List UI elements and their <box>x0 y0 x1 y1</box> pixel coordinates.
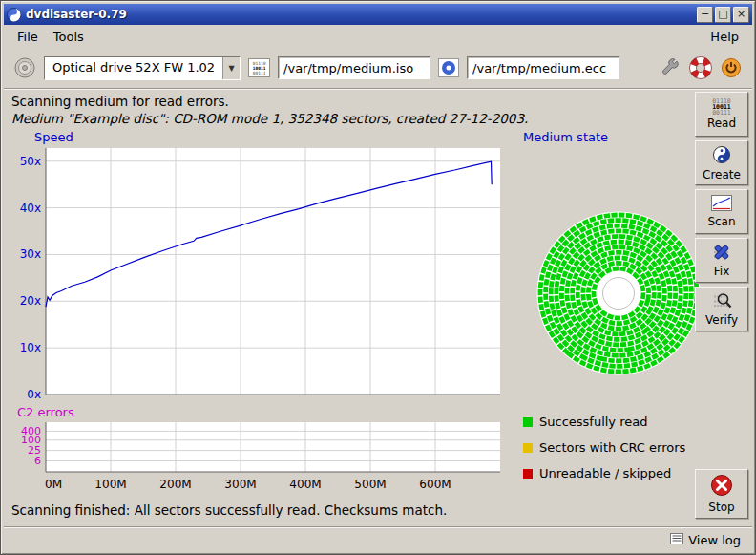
svg-text:0M: 0M <box>45 478 62 491</box>
medium-state-disc <box>523 198 714 392</box>
svg-text:20x: 20x <box>20 294 41 308</box>
preferences-wrench-icon[interactable] <box>659 56 682 79</box>
scan-button-label: Scan <box>707 215 735 228</box>
svg-text:500M: 500M <box>354 478 386 491</box>
legend-label-unreadable: Unreadable / skipped <box>539 466 671 480</box>
svg-text:50x: 50x <box>20 155 41 168</box>
verify-button[interactable]: Verify <box>695 287 748 331</box>
speed-chart-title: Speed <box>34 130 512 144</box>
fix-button-label: Fix <box>714 265 729 278</box>
create-button[interactable]: Create <box>695 140 748 185</box>
window-title: dvdisaster-0.79 <box>26 8 692 21</box>
ecc-path-input[interactable] <box>467 56 620 79</box>
speed-chart: 50x40x30x20x10x0x <box>11 144 512 403</box>
read-button-label: Read <box>707 117 736 130</box>
read-button[interactable]: 01110 10011 00111 Read <box>695 92 748 137</box>
menu-file[interactable]: File <box>10 28 46 46</box>
close-button[interactable]: × <box>733 7 749 23</box>
status-line1: Scanning medium for read errors. <box>11 94 691 109</box>
view-log-button[interactable]: View log <box>666 532 745 548</box>
svg-text:400M: 400M <box>289 478 321 491</box>
menubar: File Tools Help <box>4 25 752 48</box>
svg-text:200M: 200M <box>159 478 191 491</box>
menu-help[interactable]: Help <box>703 28 746 46</box>
c2-chart-title: C2 errors <box>17 405 512 419</box>
maximize-button[interactable]: □ <box>715 7 731 23</box>
chevron-down-icon[interactable]: ▼ <box>222 57 240 79</box>
view-log-label: View log <box>688 533 741 547</box>
scan-chart-icon <box>711 195 732 214</box>
legend-label-read: Successfully read <box>539 415 647 429</box>
charts-column: Speed 50x40x30x20x10x0x C2 errors 400100… <box>11 126 512 526</box>
medium-state-legend: Successfully read Sectors with CRC error… <box>523 415 714 480</box>
charts-row: Speed 50x40x30x20x10x0x C2 errors 400100… <box>11 126 691 526</box>
c2-errors-chart: 4001002560M100M200M300M400M500M600M <box>11 419 512 497</box>
verify-button-label: Verify <box>705 313 738 327</box>
scan-button[interactable]: Scan <box>695 189 748 234</box>
svg-text:600M: 600M <box>419 478 451 491</box>
stop-button[interactable]: Stop <box>695 469 748 519</box>
status-line2: Medium "Example disc": CD-ROM mode 1, 35… <box>11 111 691 126</box>
drive-selector[interactable]: Optical drive 52X FW 1.02 ▼ <box>44 56 241 80</box>
ecc-file-icon <box>438 58 459 77</box>
log-icon <box>670 533 683 547</box>
verify-magnifier-icon <box>711 292 732 312</box>
drive-icon[interactable] <box>13 56 36 79</box>
main-area: Scanning medium for read errors. Medium … <box>4 90 752 526</box>
svg-text:40x: 40x <box>20 202 41 215</box>
medium-state-title: Medium state <box>523 130 714 144</box>
svg-text:0x: 0x <box>27 388 41 400</box>
titlebar[interactable]: dvdisaster-0.79 − □ × <box>4 4 752 25</box>
iso-path-input[interactable] <box>278 56 430 79</box>
iso-file-icon: 01110 10011 00111 <box>248 58 270 77</box>
svg-text:100M: 100M <box>94 478 126 491</box>
fix-button[interactable]: Fix <box>695 238 748 283</box>
yin-yang-icon <box>712 145 731 167</box>
app-window: dvdisaster-0.79 − □ × File Tools Help Op… <box>0 0 756 555</box>
create-button-label: Create <box>703 168 741 181</box>
legend-item-unreadable: Unreadable / skipped <box>523 466 714 480</box>
legend-item-crc: Sectors with CRC errors <box>523 440 714 455</box>
menu-tools[interactable]: Tools <box>46 28 92 46</box>
help-lifebuoy-icon[interactable] <box>689 56 712 79</box>
drive-selector-value: Optical drive 52X FW 1.02 <box>45 57 222 79</box>
fix-patch-icon <box>711 244 732 264</box>
app-icon <box>7 8 21 22</box>
result-message: Scanning finished: All sectors successfu… <box>11 502 512 518</box>
medium-state-panel: Medium state Successfully read Sectors w… <box>512 126 714 526</box>
legend-label-crc: Sectors with CRC errors <box>539 440 685 455</box>
toolbar: Optical drive 52X FW 1.02 ▼ 01110 10011 … <box>4 48 752 88</box>
svg-text:6: 6 <box>34 455 41 467</box>
legend-swatch-yellow <box>523 443 533 453</box>
legend-swatch-green <box>523 417 533 427</box>
quit-power-icon[interactable] <box>720 56 743 79</box>
stop-icon <box>710 474 733 500</box>
minimize-button[interactable]: − <box>697 7 713 23</box>
svg-text:30x: 30x <box>20 247 41 261</box>
svg-text:300M: 300M <box>224 478 256 491</box>
action-sidebar: 01110 10011 00111 Read Create Scan <box>691 90 752 526</box>
binary-icon: 01110 10011 00111 <box>712 98 731 116</box>
bottombar: View log <box>4 528 752 551</box>
stop-button-label: Stop <box>708 501 734 514</box>
svg-text:10x: 10x <box>20 341 41 354</box>
content-area: Scanning medium for read errors. Medium … <box>4 90 691 526</box>
legend-swatch-red <box>523 469 533 479</box>
legend-item-read: Successfully read <box>523 415 714 429</box>
